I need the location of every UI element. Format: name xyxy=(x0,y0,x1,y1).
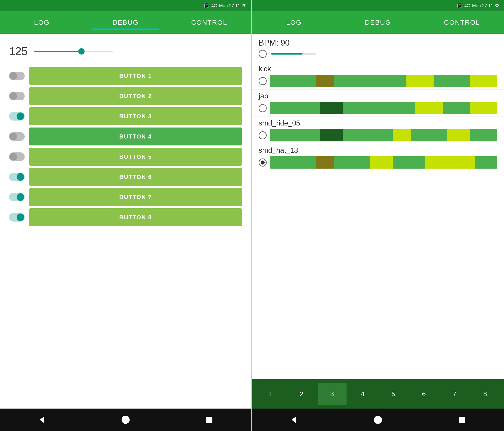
track-smd-hat: smd_hat_13 xyxy=(252,144,504,171)
ride-seg-2 xyxy=(320,129,343,141)
slider-value: 125 xyxy=(9,45,27,58)
step-8[interactable]: 8 xyxy=(471,383,500,405)
jab-seg-2 xyxy=(320,102,343,114)
back-button[interactable] xyxy=(35,413,49,427)
bpm-slider-fill xyxy=(271,53,303,55)
ride-seg-4 xyxy=(393,129,411,141)
step-5[interactable]: 5 xyxy=(379,383,408,405)
right-nav-bar: LOG DEBUG CONTROL xyxy=(252,11,504,34)
toggle-thumb-2 xyxy=(9,92,17,100)
button-3[interactable]: BUTTON 3 xyxy=(29,107,242,125)
right-nav-control[interactable]: CONTROL xyxy=(420,15,504,30)
slider-thumb[interactable] xyxy=(78,48,85,55)
slider-track[interactable] xyxy=(34,51,113,52)
step-1[interactable]: 1 xyxy=(256,383,285,405)
track-smd-hat-label: smd_hat_13 xyxy=(259,146,497,154)
track-kick-label: kick xyxy=(259,65,497,73)
svg-rect-5 xyxy=(459,417,465,423)
right-content: BPM: 90 kick xyxy=(252,34,504,379)
bpm-section: BPM: 90 xyxy=(252,34,504,62)
right-recents-button[interactable] xyxy=(455,413,469,427)
step-4[interactable]: 4 xyxy=(348,383,377,405)
left-nav-log[interactable]: LOG xyxy=(0,15,84,30)
left-content: 125 BUTTON 1 BUTTON 2 xyxy=(0,34,251,409)
toggle-7[interactable] xyxy=(9,193,25,201)
toggle-6[interactable] xyxy=(9,173,25,181)
button-list: BUTTON 1 BUTTON 2 BUTTON 3 BUTTON 4 xyxy=(4,65,246,228)
svg-rect-2 xyxy=(206,417,212,423)
left-vibrate-icon: 📳 xyxy=(204,3,209,8)
right-panel: 📳 4G Mon 27 11:33 LOG DEBUG CONTROL BPM:… xyxy=(252,0,504,431)
right-back-button[interactable] xyxy=(287,413,301,427)
jab-seg-6 xyxy=(443,102,470,114)
recents-button[interactable] xyxy=(203,413,216,427)
bpm-label: BPM: xyxy=(259,38,278,47)
right-home-button[interactable] xyxy=(371,413,385,427)
toggle-thumb-3 xyxy=(17,112,24,120)
left-status-icons: 📳 4G Mon 27 11:29 xyxy=(204,3,246,8)
toggle-2[interactable] xyxy=(9,92,25,100)
bpm-radio[interactable] xyxy=(259,50,267,58)
left-panel: 📳 4G Mon 27 11:29 LOG DEBUG CONTROL 125 … xyxy=(0,0,252,431)
toggle-thumb-6 xyxy=(17,173,24,181)
track-kick-row xyxy=(259,75,497,87)
bpm-slider-track[interactable] xyxy=(271,53,316,55)
svg-point-1 xyxy=(122,416,130,424)
track-smd-hat-radio[interactable] xyxy=(259,159,267,167)
kick-seg-3 xyxy=(334,75,379,87)
jab-seg-4 xyxy=(393,102,415,114)
toggle-5[interactable] xyxy=(9,152,25,161)
right-nav-debug[interactable]: DEBUG xyxy=(336,15,420,30)
track-kick: kick xyxy=(252,62,504,90)
button-8[interactable]: BUTTON 8 xyxy=(29,208,242,226)
button-7[interactable]: BUTTON 7 xyxy=(29,188,242,206)
step-6[interactable]: 6 xyxy=(410,383,439,405)
track-jab-bar xyxy=(270,102,497,114)
step-7[interactable]: 7 xyxy=(440,383,469,405)
left-nav-debug[interactable]: DEBUG xyxy=(84,15,167,30)
home-button[interactable] xyxy=(119,413,132,427)
right-signal-icon: 4G xyxy=(464,3,470,8)
bpm-slider-row xyxy=(259,50,497,58)
button-1[interactable]: BUTTON 1 xyxy=(29,67,242,85)
track-smd-ride-radio[interactable] xyxy=(259,131,267,139)
hat-seg-7 xyxy=(452,156,474,169)
toggle-1[interactable] xyxy=(9,72,25,80)
button-row-5: BUTTON 5 xyxy=(9,148,242,166)
toggle-3[interactable] xyxy=(9,112,25,121)
hat-seg-1 xyxy=(270,156,315,169)
kick-seg-6 xyxy=(433,75,470,87)
right-nav-log[interactable]: LOG xyxy=(252,15,336,30)
toggle-4[interactable] xyxy=(9,132,25,141)
track-kick-radio[interactable] xyxy=(259,77,267,85)
toggle-thumb-8 xyxy=(17,214,24,221)
slider-section: 125 xyxy=(4,38,246,65)
step-3[interactable]: 3 xyxy=(318,383,347,405)
button-2[interactable]: BUTTON 2 xyxy=(29,87,242,105)
button-6[interactable]: BUTTON 6 xyxy=(29,168,242,186)
left-nav-control[interactable]: CONTROL xyxy=(167,15,251,30)
track-smd-hat-bar xyxy=(270,156,497,169)
kick-seg-1 xyxy=(270,75,315,87)
track-smd-ride-label: smd_ride_05 xyxy=(259,119,497,127)
toggle-thumb-7 xyxy=(17,193,24,201)
button-5[interactable]: BUTTON 5 xyxy=(29,148,242,166)
hat-seg-8 xyxy=(475,156,497,169)
button-4[interactable]: BUTTON 4 xyxy=(29,128,242,145)
toggle-thumb-5 xyxy=(9,153,17,160)
toggle-8[interactable] xyxy=(9,213,25,222)
track-jab-radio[interactable] xyxy=(259,104,267,112)
hat-seg-3 xyxy=(334,156,370,169)
right-status-icons: 📳 4G Mon 27 11:33 xyxy=(457,3,500,8)
svg-marker-3 xyxy=(292,416,296,423)
bpm-row: BPM: 90 xyxy=(259,38,497,47)
track-smd-ride-bar xyxy=(270,129,497,141)
jab-seg-5 xyxy=(415,102,443,114)
jab-seg-3 xyxy=(343,102,393,114)
step-2[interactable]: 2 xyxy=(287,383,316,405)
kick-seg-2 xyxy=(315,75,334,87)
button-row-6: BUTTON 6 xyxy=(9,168,242,186)
toggle-thumb-1 xyxy=(9,72,17,80)
ride-seg-3 xyxy=(343,129,393,141)
track-jab: jab xyxy=(252,90,504,117)
